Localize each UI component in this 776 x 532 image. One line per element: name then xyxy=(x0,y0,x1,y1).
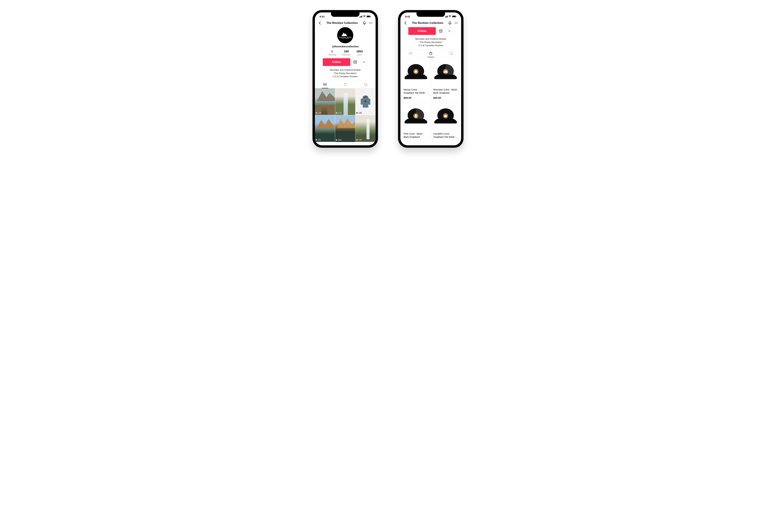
product-image xyxy=(402,103,430,131)
video-thumb[interactable]: 146 xyxy=(356,115,376,142)
tab-shop[interactable] xyxy=(335,81,356,88)
more-button[interactable] xyxy=(454,22,459,23)
svg-point-4 xyxy=(370,23,371,23)
svg-point-16 xyxy=(440,30,441,32)
dropdown-button[interactable] xyxy=(445,27,453,35)
screen-right: 9:41 The Rockies Collection xyxy=(400,12,461,145)
product-card[interactable]: Campfire Crest - Snapback Hat (Multi … xyxy=(431,103,460,139)
product-card[interactable]: Mountain Crest - Mesh Back Snapback $25.… xyxy=(431,58,460,102)
more-button[interactable] xyxy=(368,22,373,23)
bio-line2: "The Rocky Mountains" xyxy=(400,41,461,44)
battery-icon xyxy=(367,15,371,17)
product-title: Campfire Crest - Snapback Hat (Multi … xyxy=(432,131,460,139)
tab-videos[interactable] xyxy=(400,50,421,57)
instagram-button[interactable] xyxy=(437,27,444,35)
svg-rect-6 xyxy=(354,60,357,63)
notch xyxy=(331,12,360,17)
product-image xyxy=(432,59,460,87)
notifications-button[interactable] xyxy=(447,21,452,25)
avatar-brand-line2: Souvenir & Boutique xyxy=(341,38,349,39)
view-count: 126 xyxy=(318,112,321,114)
following-count: 1 xyxy=(328,50,336,53)
header: The Rockies Collection xyxy=(400,20,461,26)
svg-point-17 xyxy=(441,30,442,30)
play-icon xyxy=(316,112,317,114)
likes-stat[interactable]: 1854 Likes xyxy=(356,50,363,56)
back-button[interactable] xyxy=(317,21,322,25)
svg-point-14 xyxy=(457,23,458,23)
phone-frame-left: 9:41 The Rockies Collection xyxy=(313,10,378,148)
dropdown-button[interactable] xyxy=(360,58,368,66)
svg-rect-11 xyxy=(456,16,456,17)
following-stat[interactable]: 1 Following xyxy=(328,50,336,56)
svg-rect-30 xyxy=(437,119,455,122)
play-icon xyxy=(336,139,338,141)
follow-button[interactable]: Follow xyxy=(323,58,350,66)
follow-button[interactable]: Follow xyxy=(408,27,436,35)
product-title: Moose Crest - Snapback Hat (Multi … xyxy=(402,87,430,95)
svg-point-3 xyxy=(369,23,370,23)
play-icon xyxy=(316,139,317,141)
bio: Mountain and OutdoorLifestyle "The Rocky… xyxy=(400,37,461,47)
svg-rect-2 xyxy=(370,16,371,17)
svg-point-8 xyxy=(356,61,356,61)
play-icon xyxy=(357,139,358,141)
likes-label: Likes xyxy=(356,53,363,56)
shop-grid: Moose Crest - Snapback Hat (Multi … $29.… xyxy=(400,57,461,141)
avatar[interactable]: The Rockies Collection Souvenir & Boutiq… xyxy=(337,27,353,43)
svg-rect-27 xyxy=(407,119,425,122)
profile-tabs xyxy=(315,80,376,88)
bio-line1: Mountain and OutdoorLifestyle xyxy=(400,37,461,41)
back-button[interactable] xyxy=(403,21,408,25)
phone-frame-right: 9:41 The Rockies Collection xyxy=(398,10,463,148)
bio-line3: U.S & Canadian Rockies xyxy=(400,44,461,47)
svg-rect-15 xyxy=(439,29,442,32)
wifi-icon xyxy=(363,15,366,17)
video-thumb[interactable]: 134 xyxy=(335,88,355,115)
product-image xyxy=(432,103,460,131)
notifications-button[interactable] xyxy=(362,21,367,25)
followers-label: Followers xyxy=(342,53,351,56)
product-title: Mountain Crest - Mesh Back Snapback xyxy=(432,87,460,95)
screen-left: 9:41 The Rockies Collection xyxy=(315,12,376,145)
header: The Rockies Collection xyxy=(315,20,376,26)
clock: 9:41 xyxy=(405,15,410,18)
play-icon xyxy=(336,112,338,114)
product-card[interactable]: Moose Crest - Snapback Hat (Multi … $29.… xyxy=(402,58,430,102)
avatar-brand-line1: The Rockies Collection xyxy=(339,37,352,38)
cellular-icon xyxy=(445,16,448,17)
view-count: 134 xyxy=(338,112,341,114)
view-count: 151 xyxy=(318,139,321,141)
page-title: The Rockies Collection xyxy=(409,21,446,25)
tab-liked[interactable] xyxy=(355,81,376,88)
tab-videos[interactable] xyxy=(315,81,335,88)
video-thumb[interactable]: 160 xyxy=(335,115,355,142)
svg-rect-10 xyxy=(452,16,455,17)
clock: 9:41 xyxy=(320,15,325,18)
username: @therockiescollection xyxy=(315,45,376,48)
notch xyxy=(416,12,445,17)
svg-point-13 xyxy=(456,23,456,23)
product-card[interactable]: Pine Crest - Mesh Back Snapback xyxy=(402,103,430,139)
product-image xyxy=(402,59,430,87)
wifi-icon xyxy=(448,15,451,17)
followers-stat[interactable]: 169 Followers xyxy=(342,50,351,56)
status-icons xyxy=(445,15,456,17)
action-row: Follow xyxy=(400,27,461,35)
video-thumb[interactable]: 126 xyxy=(315,88,335,115)
product-title: Pine Crest - Mesh Back Snapback xyxy=(402,131,430,139)
tab-shop[interactable] xyxy=(421,50,441,57)
svg-point-7 xyxy=(355,61,356,63)
action-row: Follow xyxy=(315,58,376,66)
video-thumb[interactable]: 151 xyxy=(315,115,335,142)
tab-liked[interactable] xyxy=(441,50,461,57)
instagram-button[interactable] xyxy=(351,58,359,66)
video-thumb[interactable]: 128 xyxy=(356,88,376,115)
view-count: 146 xyxy=(358,139,362,141)
svg-rect-23 xyxy=(437,75,455,77)
play-icon xyxy=(357,112,358,114)
profile-tabs xyxy=(400,49,461,57)
bio-line1: Mountain and OutdoorLifestyle xyxy=(315,68,376,72)
view-count: 128 xyxy=(358,112,362,114)
bio: Mountain and OutdoorLifestyle "The Rocky… xyxy=(315,68,376,78)
